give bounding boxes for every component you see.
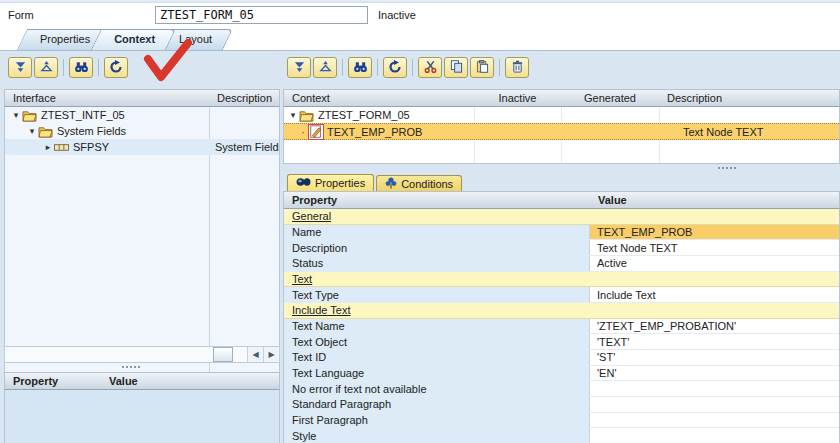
refresh-icon <box>109 60 123 76</box>
expand-all-icon <box>14 60 27 75</box>
scrollbar-thumb[interactable] <box>213 347 233 362</box>
tree-node-system-fields[interactable]: ▾ System Fields <box>5 123 279 139</box>
tree-node-description: System Fields <box>215 141 280 153</box>
find-icon <box>353 61 368 75</box>
field-attributes-table-header: Property Value <box>4 372 280 390</box>
property-section-text[interactable]: Text <box>284 272 839 288</box>
property-row-text-id[interactable]: Text ID 'ST' <box>284 350 839 366</box>
detail-tabstrip: Properties Conditions <box>287 174 462 191</box>
interface-horizontal-scrollbar[interactable]: ◀ ▶ <box>4 346 280 363</box>
properties-icon <box>296 177 311 189</box>
property-row-name[interactable]: Name TEXT_EMP_PROB <box>284 225 839 241</box>
column-header-inactive[interactable]: Inactive <box>474 92 561 104</box>
context-table-header: Context Inactive Generated Description <box>283 89 840 107</box>
folder-open-icon <box>38 125 53 138</box>
property-row-text-object[interactable]: Text Object 'TEXT' <box>284 334 839 350</box>
expand-all-button[interactable] <box>8 57 32 78</box>
cut-button[interactable] <box>418 57 442 78</box>
property-row-first-paragraph[interactable]: First Paragraph <box>284 413 839 429</box>
field-attributes-table-body <box>4 390 280 443</box>
folder-open-icon <box>22 109 37 122</box>
refresh-button[interactable] <box>104 57 128 78</box>
form-name-input[interactable] <box>155 6 368 24</box>
scroll-left-button[interactable]: ◀ <box>247 347 263 362</box>
property-table: General Name TEXT_EMP_PROB Description T… <box>283 209 840 443</box>
toolbar-separator <box>342 59 343 76</box>
toolbar-separator <box>63 59 64 76</box>
property-row-no-error[interactable]: No error if text not available <box>284 381 839 397</box>
column-header-description[interactable]: Description <box>209 92 272 104</box>
expand-all-button[interactable] <box>287 57 311 78</box>
property-row-description[interactable]: Description Text Node TEXT <box>284 240 839 256</box>
property-value-highlighted[interactable]: TEXT_EMP_PROB <box>590 225 839 240</box>
folder-open-icon <box>299 109 314 122</box>
column-header-value[interactable]: Value <box>590 194 627 206</box>
property-row-status[interactable]: Status Active <box>284 256 839 272</box>
tree-node-description: Text Node TEXT <box>683 124 764 139</box>
conditions-icon <box>385 177 397 191</box>
toolbar-separator <box>377 59 378 76</box>
scroll-right-button[interactable]: ▶ <box>263 347 279 362</box>
column-header-description[interactable]: Description <box>659 92 722 104</box>
scrollbar-track[interactable] <box>5 347 247 362</box>
column-header-context[interactable]: Context <box>284 92 474 104</box>
toolbar-separator <box>98 59 99 76</box>
find-icon <box>74 61 89 75</box>
form-bar: Form Inactive <box>0 3 840 28</box>
tree-node-interface-root[interactable]: ▾ ZTEST_INTF_05 <box>5 107 279 123</box>
property-row-text-type[interactable]: Text Type Include Text <box>284 287 839 303</box>
refresh-button[interactable] <box>383 57 407 78</box>
property-section-general[interactable]: General <box>284 209 839 225</box>
toolbar-separator <box>412 59 413 76</box>
column-header-property[interactable]: Property <box>284 194 590 206</box>
property-row-style[interactable]: Style <box>284 428 839 443</box>
delete-button[interactable] <box>505 57 529 78</box>
tab-context[interactable]: Context <box>96 29 171 50</box>
paste-button[interactable] <box>470 57 494 78</box>
tab-node-properties[interactable]: Properties <box>287 174 374 191</box>
refresh-icon <box>388 60 402 76</box>
property-row-standard-paragraph[interactable]: Standard Paragraph <box>284 397 839 413</box>
text-node-icon <box>309 125 323 139</box>
paste-icon <box>476 60 489 75</box>
column-header-property[interactable]: Property <box>5 375 101 387</box>
collapse-all-button[interactable] <box>313 57 337 78</box>
expander-right-icon[interactable]: ▸ <box>43 142 53 152</box>
toolbar-separator <box>499 59 500 76</box>
column-header-interface[interactable]: Interface <box>5 92 209 104</box>
property-table-header: Property Value <box>283 191 840 209</box>
copy-button[interactable] <box>444 57 468 78</box>
cut-icon <box>424 60 437 75</box>
form-status-text: Inactive <box>378 9 416 21</box>
splitter-grip[interactable] <box>122 366 140 368</box>
smartforms-window: Form Inactive Properties Context Layout <box>0 0 840 443</box>
tree-node-text-emp-prob[interactable]: · TEXT_EMP_PROB Text Node TEXT <box>284 123 839 140</box>
find-button[interactable] <box>348 57 372 78</box>
collapse-all-icon <box>319 60 332 75</box>
delete-icon <box>511 60 524 75</box>
property-row-text-name[interactable]: Text Name 'ZTEXT_EMP_PROBATION' <box>284 319 839 335</box>
interface-table-header: Interface Description <box>4 89 280 107</box>
content-area: Interface Description ▾ ZTEST_INTF_05 ▾ … <box>0 50 840 443</box>
expander-down-icon[interactable]: ▾ <box>11 110 21 120</box>
context-tree: ▾ ZTEST_FORM_05 · TEXT_EMP_PROB Text Nod… <box>283 107 840 164</box>
form-label: Form <box>8 9 34 21</box>
structure-icon <box>54 142 69 152</box>
collapse-all-button[interactable] <box>34 57 58 78</box>
interface-toolbar <box>8 57 128 78</box>
splitter-grip[interactable] <box>718 167 736 169</box>
property-section-include-text[interactable]: Include Text <box>284 303 839 319</box>
find-button[interactable] <box>69 57 93 78</box>
expand-all-icon <box>293 60 306 75</box>
expander-down-icon[interactable]: ▾ <box>27 126 37 136</box>
property-row-text-language[interactable]: Text Language 'EN' <box>284 366 839 382</box>
tab-node-conditions[interactable]: Conditions <box>376 175 462 191</box>
column-header-generated[interactable]: Generated <box>561 92 659 104</box>
expander-down-icon[interactable]: ▾ <box>288 110 298 120</box>
tree-node-form-root[interactable]: ▾ ZTEST_FORM_05 <box>284 107 839 123</box>
expander-leaf-dot: · <box>298 126 308 138</box>
copy-icon <box>450 60 463 75</box>
column-header-value[interactable]: Value <box>101 375 138 387</box>
tree-node-sfpsy[interactable]: ▸ SFPSY System Fields <box>5 139 279 155</box>
collapse-all-icon <box>40 60 53 75</box>
